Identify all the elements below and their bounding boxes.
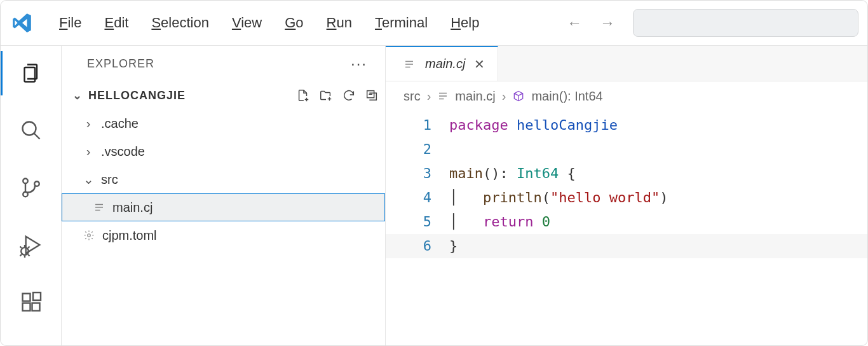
menu-go[interactable]: Go — [285, 15, 303, 31]
folder-section-title: HELLOCANGJIE — [88, 89, 186, 102]
code-line[interactable]: 4│ println("hello world") — [386, 186, 867, 210]
file-tree: ›.cache›.vscode⌄srcmain.cjcjpm.toml — [62, 109, 385, 249]
new-folder-icon[interactable] — [319, 88, 333, 102]
breadcrumb[interactable]: src › main.cj › main(): Int64 — [386, 81, 867, 111]
breadcrumb-part[interactable]: src — [403, 89, 421, 104]
editor-area: main.cj ✕ src › main.cj › main(): Int64 … — [386, 46, 867, 345]
svg-point-10 — [88, 234, 91, 237]
tree-folder[interactable]: ⌄src — [62, 165, 385, 193]
line-number: 6 — [386, 234, 449, 258]
code-editor[interactable]: 1package helloCangjie23main(): Int64 {4│… — [386, 111, 867, 258]
gear-icon — [82, 230, 96, 241]
tree-item-label: main.cj — [112, 200, 153, 215]
svg-point-1 — [23, 179, 28, 184]
activity-search[interactable] — [18, 117, 44, 144]
breadcrumb-part[interactable]: main.cj — [455, 89, 495, 104]
svg-rect-8 — [33, 293, 41, 300]
activity-source-control[interactable] — [18, 174, 44, 201]
chevron-right-icon: › — [82, 144, 95, 159]
code-text: main(): Int64 { — [449, 162, 576, 186]
code-text: │ println("hello world") — [449, 186, 668, 210]
line-number: 4 — [386, 186, 449, 210]
file-lines-icon — [92, 202, 106, 213]
explorer-title: EXPLORER — [87, 57, 154, 71]
command-search-input[interactable] — [633, 9, 858, 37]
svg-point-4 — [21, 247, 29, 255]
activity-explorer[interactable] — [18, 60, 44, 86]
new-file-icon[interactable] — [296, 88, 310, 102]
menu-bar: FileEditSelectionViewGoRunTerminalHelp — [59, 15, 479, 31]
code-line[interactable]: 6} — [386, 234, 867, 258]
menu-view[interactable]: View — [232, 15, 262, 31]
editor-tab[interactable]: main.cj ✕ — [386, 46, 498, 81]
tree-file[interactable]: main.cj — [62, 193, 385, 221]
symbol-cube-icon — [512, 90, 525, 102]
line-number: 5 — [386, 210, 449, 234]
activity-extensions[interactable] — [18, 289, 44, 315]
nav-arrows: ← → — [567, 14, 628, 32]
svg-rect-7 — [32, 303, 39, 311]
menu-edit[interactable]: Edit — [104, 15, 128, 31]
svg-point-0 — [22, 122, 36, 135]
nav-back-icon[interactable]: ← — [567, 14, 582, 32]
svg-point-2 — [23, 192, 28, 197]
chevron-right-icon: › — [502, 89, 506, 104]
tree-folder[interactable]: ›.cache — [62, 109, 385, 137]
chevron-right-icon: › — [427, 89, 431, 104]
code-text: │ return 0 — [449, 210, 550, 234]
code-text: } — [449, 234, 458, 258]
explorer-more-icon[interactable]: ··· — [351, 55, 367, 73]
code-line[interactable]: 1package helloCangjie — [386, 113, 867, 137]
menu-file[interactable]: File — [59, 15, 81, 31]
titlebar: FileEditSelectionViewGoRunTerminalHelp ←… — [1, 1, 867, 45]
close-icon[interactable]: ✕ — [474, 57, 485, 72]
line-number: 3 — [386, 162, 449, 186]
vscode-logo-icon — [10, 10, 35, 36]
tree-item-label: .cache — [101, 116, 139, 131]
refresh-icon[interactable] — [342, 88, 356, 102]
code-line[interactable]: 2 — [386, 137, 867, 162]
svg-point-3 — [34, 181, 39, 186]
nav-forward-icon[interactable]: → — [600, 14, 615, 32]
tree-item-label: cjpm.toml — [102, 228, 157, 243]
editor-tab-label: main.cj — [425, 57, 465, 71]
file-lines-icon — [402, 59, 416, 70]
menu-run[interactable]: Run — [327, 15, 352, 31]
svg-rect-5 — [22, 294, 30, 301]
file-lines-icon — [437, 90, 449, 102]
code-line[interactable]: 5│ return 0 — [386, 210, 867, 234]
folder-section-header[interactable]: ⌄ HELLOCANGJIE — [62, 81, 385, 109]
code-text: package helloCangjie — [449, 113, 618, 137]
menu-help[interactable]: Help — [451, 15, 479, 31]
code-line[interactable]: 3main(): Int64 { — [386, 162, 867, 186]
activity-run-debug[interactable] — [18, 232, 44, 258]
menu-terminal[interactable]: Terminal — [375, 15, 428, 31]
menu-selection[interactable]: Selection — [151, 15, 209, 31]
tree-item-label: src — [101, 172, 118, 187]
explorer-header: EXPLORER ··· — [62, 46, 385, 81]
collapse-all-icon[interactable] — [365, 88, 379, 102]
tree-folder[interactable]: ›.vscode — [62, 137, 385, 165]
tree-item-label: .vscode — [101, 144, 145, 159]
svg-rect-6 — [22, 303, 30, 311]
chevron-right-icon: › — [82, 116, 95, 131]
line-number: 2 — [386, 137, 449, 162]
tree-file[interactable]: cjpm.toml — [62, 221, 385, 249]
explorer-sidebar: EXPLORER ··· ⌄ HELLOCANGJIE ›.cache›.vsc… — [62, 46, 386, 345]
breadcrumb-part[interactable]: main(): Int64 — [531, 89, 602, 104]
editor-tabs: main.cj ✕ — [386, 46, 867, 81]
folder-section-actions — [296, 88, 379, 102]
chevron-down-icon: ⌄ — [71, 88, 83, 102]
activity-bar — [1, 46, 62, 345]
chevron-down-icon: ⌄ — [82, 172, 95, 187]
line-number: 1 — [386, 113, 449, 137]
